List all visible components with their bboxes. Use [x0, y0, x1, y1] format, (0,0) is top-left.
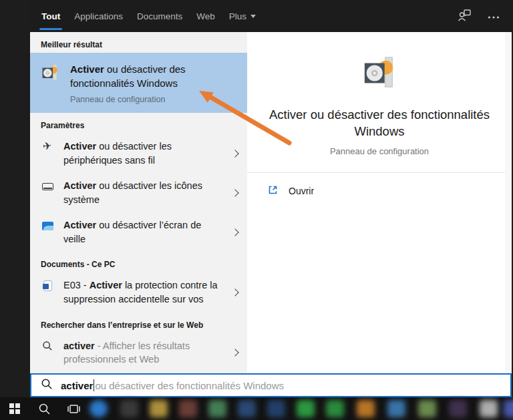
- tab-label: Applications: [74, 11, 123, 21]
- windows-features-icon: [41, 63, 59, 104]
- taskbar-app-icon[interactable]: [208, 400, 226, 417]
- start-button[interactable]: [4, 399, 25, 418]
- taskbar-app-icon[interactable]: [480, 400, 498, 417]
- search-typed-text: activer: [61, 380, 93, 391]
- preview-title: Activer ou désactiver des fonctionnalité…: [256, 107, 503, 140]
- section-header-settings: Paramètres: [30, 113, 247, 134]
- windows-logo-icon: [9, 403, 20, 414]
- results-list: Meilleur résultat Activer ou: [30, 32, 247, 373]
- result-label: Activer ou désactiver les icônes système: [63, 179, 218, 206]
- search-icon: [38, 403, 51, 415]
- result-label: Activer ou désactiver l’écran de veille: [63, 218, 218, 246]
- airplane-icon: ✈: [41, 141, 54, 152]
- tab-web[interactable]: Web: [196, 0, 215, 32]
- chevron-right-icon: [231, 228, 238, 236]
- search-body: Meilleur résultat Activer ou: [30, 32, 512, 373]
- taskbar-app-icon[interactable]: [326, 400, 344, 417]
- taskbar-app-icon[interactable]: [297, 400, 315, 417]
- taskbar-app-icon[interactable]: [357, 400, 375, 417]
- best-match-title: Activer ou désactiver des fonctionnalité…: [70, 63, 186, 89]
- task-view-button[interactable]: [63, 399, 84, 418]
- scrollbar-track[interactable]: [505, 32, 512, 373]
- taskbar-app-icon[interactable]: [179, 400, 197, 417]
- best-match-title-bold: Activer: [70, 63, 104, 75]
- section-header-web-search: Rechercher dans l’entreprise et sur le W…: [30, 312, 247, 333]
- tab-label: Documents: [137, 11, 182, 21]
- settings-result-wireless[interactable]: ✈ Activer ou désactiver les périphérique…: [30, 134, 247, 173]
- search-header: Tout Applications Documents Web Plus: [30, 0, 512, 32]
- taskbar-app-icon[interactable]: [90, 400, 108, 417]
- preview-subtitle: Panneau de configuration: [330, 146, 429, 156]
- result-label: Activer ou désactiver les périphériques …: [63, 140, 218, 167]
- tab-applications[interactable]: Applications: [74, 0, 123, 32]
- taskbar-app-icon[interactable]: [387, 400, 405, 417]
- chevron-right-icon: [231, 349, 238, 357]
- taskbar-app-icon[interactable]: [238, 400, 256, 417]
- taskbar-rectangle-icon: [41, 180, 54, 190]
- search-icon: [41, 341, 54, 351]
- chevron-right-icon: [231, 288, 238, 296]
- taskbar-app-icon[interactable]: [120, 400, 138, 417]
- tab-label: Tout: [41, 11, 60, 21]
- tab-documents[interactable]: Documents: [137, 0, 182, 32]
- windows-features-icon-large: [361, 55, 397, 93]
- taskbar-app-icon[interactable]: [504, 400, 513, 417]
- chevron-right-icon: [231, 150, 238, 157]
- best-match-subtitle: Panneau de configuration: [70, 95, 236, 104]
- preview-pane: Activer ou désactiver des fonctionnalité…: [247, 32, 512, 373]
- screensaver-icon: [41, 220, 54, 230]
- settings-result-system-icons[interactable]: Activer ou désactiver les icônes système: [30, 173, 247, 212]
- search-autocomplete-text: ou désactiver des fonctionnalités Window…: [95, 380, 284, 391]
- tab-tout[interactable]: Tout: [41, 0, 60, 32]
- result-label: E03 - Activer la protection contre la su…: [63, 278, 218, 306]
- more-icon[interactable]: [488, 10, 500, 22]
- taskbar-app-icon[interactable]: [267, 400, 285, 417]
- taskbar-app-icon[interactable]: [418, 400, 436, 417]
- tab-label: Plus: [229, 11, 246, 21]
- search-flyout-window: Tout Applications Documents Web Plus: [30, 0, 512, 397]
- open-label: Ouvrir: [289, 186, 314, 196]
- feedback-icon[interactable]: [458, 8, 472, 25]
- search-input[interactable]: activer ou désactiver des fonctionnalité…: [30, 373, 512, 397]
- result-label: activer - Afficher les résultats profess…: [63, 339, 218, 367]
- tab-label: Web: [196, 11, 215, 21]
- chevron-right-icon: [231, 189, 238, 196]
- open-icon: [267, 184, 279, 198]
- section-header-best-match: Meilleur résultat: [30, 32, 247, 53]
- search-tabs: Tout Applications Documents Web Plus: [30, 0, 256, 32]
- word-document-icon: [41, 280, 54, 291]
- task-view-icon: [67, 402, 80, 415]
- web-suggestion-1[interactable]: activer - Afficher les résultats profess…: [30, 333, 247, 373]
- tab-plus[interactable]: Plus: [229, 0, 256, 32]
- taskbar-app-icon[interactable]: [150, 400, 168, 417]
- taskbar: [0, 397, 513, 420]
- document-result[interactable]: E03 - Activer la protection contre la su…: [30, 272, 247, 312]
- best-match-result[interactable]: Activer ou désactiver des fonctionnalité…: [30, 53, 247, 113]
- taskbar-app-icon[interactable]: [449, 400, 467, 417]
- chevron-down-icon: [250, 15, 256, 18]
- taskbar-search-button[interactable]: [33, 399, 55, 418]
- open-action[interactable]: Ouvrir: [247, 173, 512, 198]
- settings-result-screensaver[interactable]: Activer ou désactiver l’écran de veille: [30, 212, 247, 252]
- text-cursor: [94, 379, 94, 391]
- section-header-documents: Documents - Ce PC: [30, 252, 247, 272]
- search-icon: [41, 378, 53, 393]
- desktop: Tout Applications Documents Web Plus: [0, 0, 513, 420]
